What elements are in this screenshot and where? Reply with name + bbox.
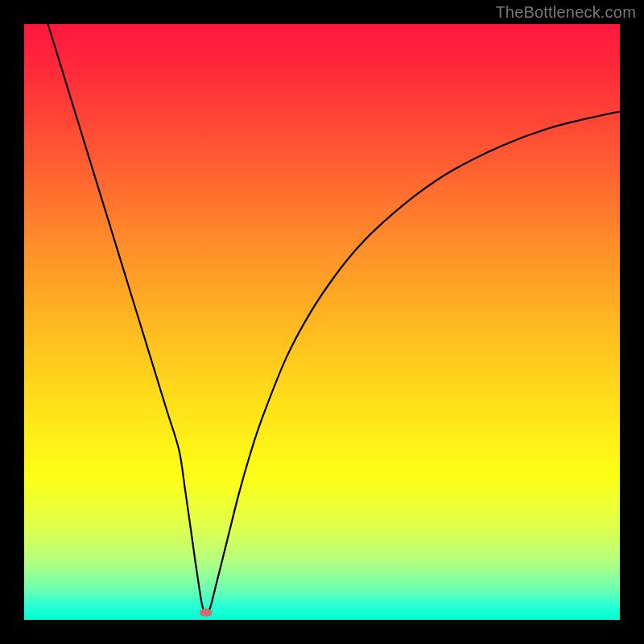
source-watermark: TheBottleneck.com bbox=[495, 3, 636, 22]
chart-frame: TheBottleneck.com bbox=[0, 0, 644, 644]
curve-layer bbox=[24, 24, 620, 620]
bottleneck-curve bbox=[48, 24, 620, 613]
minimum-marker bbox=[200, 609, 213, 617]
plot-area bbox=[24, 24, 620, 620]
